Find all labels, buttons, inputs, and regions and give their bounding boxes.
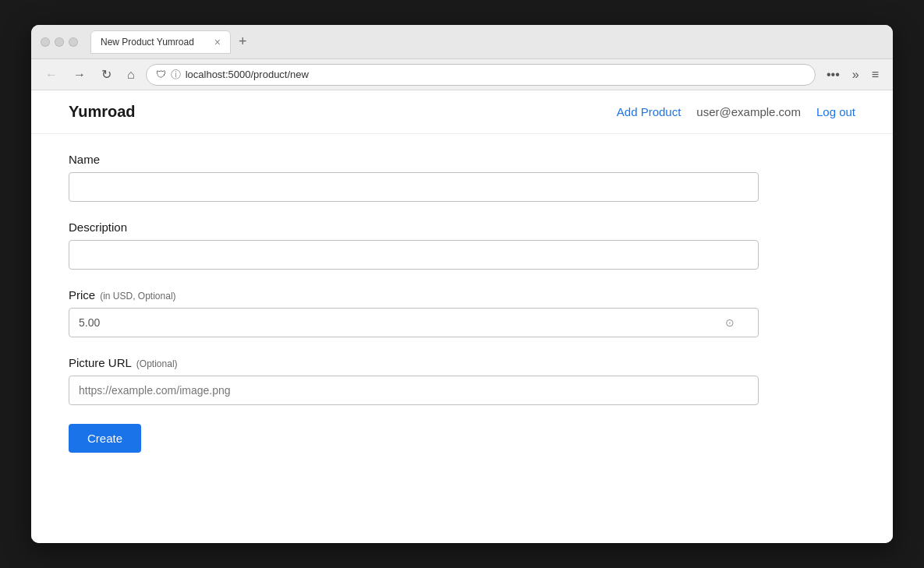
- price-input[interactable]: [69, 308, 759, 337]
- forward-button[interactable]: →: [69, 65, 90, 85]
- price-input-wrapper: ⊙: [69, 308, 742, 337]
- traffic-light-minimize[interactable]: [55, 37, 64, 47]
- shield-icon: 🛡: [156, 69, 166, 80]
- picture-url-input[interactable]: [69, 376, 759, 405]
- app-logo: Yumroad: [69, 103, 136, 121]
- picture-url-field-group: Picture URL (Optional): [69, 356, 742, 405]
- add-product-link[interactable]: Add Product: [617, 105, 681, 118]
- address-text: localhost:5000/product/new: [186, 69, 805, 80]
- nav-bar: ← → ↻ ⌂ 🛡 ⓘ localhost:5000/product/new •…: [31, 59, 893, 90]
- picture-url-label: Picture URL (Optional): [69, 356, 742, 369]
- app-header: Yumroad Add Product user@example.com Log…: [31, 90, 893, 134]
- more-button[interactable]: •••: [822, 65, 844, 85]
- reload-icon: ↻: [101, 68, 112, 81]
- name-input[interactable]: [69, 172, 759, 202]
- menu-button[interactable]: ≡: [867, 65, 883, 85]
- forward-icon: →: [73, 68, 86, 81]
- form-container: Name Description Price (in USD, Optional…: [31, 134, 780, 484]
- info-icon: ⓘ: [171, 68, 181, 82]
- description-input[interactable]: [69, 240, 759, 270]
- header-nav: Add Product user@example.com Log out: [617, 105, 855, 118]
- address-bar[interactable]: 🛡 ⓘ localhost:5000/product/new: [146, 64, 816, 86]
- traffic-light-close[interactable]: [41, 37, 50, 47]
- create-button[interactable]: Create: [69, 424, 141, 453]
- description-label: Description: [69, 220, 742, 234]
- traffic-lights: [41, 37, 78, 47]
- price-label-sub: (in USD, Optional): [100, 291, 175, 302]
- browser-window: New Product Yumroad × + ← → ↻ ⌂ 🛡 ⓘ loca…: [31, 25, 893, 543]
- traffic-light-maximize[interactable]: [69, 37, 78, 47]
- nav-extras: ••• » ≡: [822, 65, 883, 85]
- home-button[interactable]: ⌂: [122, 65, 140, 85]
- name-label: Name: [69, 153, 742, 166]
- back-icon: ←: [45, 68, 58, 81]
- logout-link[interactable]: Log out: [816, 105, 855, 118]
- app-container: Yumroad Add Product user@example.com Log…: [31, 90, 893, 543]
- active-tab[interactable]: New Product Yumroad ×: [90, 30, 231, 54]
- reload-button[interactable]: ↻: [97, 64, 116, 85]
- tabs-area: New Product Yumroad × +: [90, 30, 883, 54]
- picture-url-label-sub: (Optional): [136, 358, 178, 369]
- title-bar: New Product Yumroad × +: [31, 25, 893, 59]
- price-label: Price (in USD, Optional): [69, 288, 742, 302]
- new-tab-button[interactable]: +: [234, 32, 252, 51]
- overflow-button[interactable]: »: [848, 65, 864, 85]
- user-email: user@example.com: [696, 105, 801, 118]
- price-field-group: Price (in USD, Optional) ⊙: [69, 288, 742, 337]
- back-button[interactable]: ←: [41, 65, 62, 85]
- tab-title: New Product Yumroad: [101, 37, 194, 48]
- tab-close-button[interactable]: ×: [214, 36, 221, 48]
- description-field-group: Description: [69, 220, 742, 270]
- home-icon: ⌂: [127, 68, 135, 81]
- name-field-group: Name: [69, 153, 742, 202]
